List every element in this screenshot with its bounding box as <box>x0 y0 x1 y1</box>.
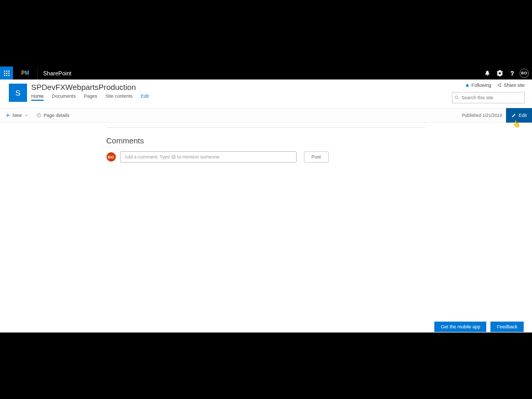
brand-letter-m: M <box>25 70 29 76</box>
svg-rect-7 <box>6 75 7 76</box>
brand-logo[interactable]: P M <box>13 66 38 79</box>
svg-rect-6 <box>4 75 5 76</box>
search-input[interactable] <box>461 95 522 100</box>
svg-rect-5 <box>8 72 9 73</box>
comment-composer: EO Post <box>107 151 426 163</box>
svg-rect-1 <box>6 70 7 71</box>
site-header: S SPDevFXWebpartsProduction Home Documen… <box>0 79 532 108</box>
nav-edit[interactable]: Edit <box>141 94 149 101</box>
gear-icon <box>497 70 503 76</box>
edit-page-label: Edit <box>518 113 527 118</box>
svg-rect-4 <box>6 72 7 73</box>
svg-rect-15 <box>39 115 39 116</box>
page-details-button[interactable]: Page details <box>36 113 70 118</box>
search-icon <box>455 95 459 100</box>
page-details-label: Page details <box>44 113 70 118</box>
feedback-button[interactable]: Feedback <box>490 322 524 332</box>
following-label: Following <box>471 83 491 88</box>
comment-avatar: EO <box>107 152 116 162</box>
new-button[interactable]: New <box>5 113 29 118</box>
nav-home[interactable]: Home <box>31 94 44 101</box>
page-body: Comments EO Post Get the mobile app Feed… <box>0 123 532 332</box>
settings-button[interactable] <box>494 66 506 79</box>
help-button[interactable]: ? <box>506 66 518 79</box>
pencil-icon <box>511 113 516 118</box>
svg-rect-8 <box>8 75 9 76</box>
user-avatar[interactable]: EO <box>520 69 529 78</box>
comment-input[interactable] <box>120 151 297 163</box>
site-nav: Home Documents Pages Site contents Edit <box>31 94 149 101</box>
app-launcher-button[interactable] <box>0 66 13 79</box>
share-icon <box>497 83 502 88</box>
question-icon: ? <box>509 70 515 76</box>
notifications-button[interactable] <box>481 66 494 79</box>
star-icon <box>465 83 470 88</box>
waffle-icon <box>4 70 10 76</box>
share-site-button[interactable]: Share site <box>497 83 525 88</box>
brand-letter-p: P <box>21 70 25 76</box>
chevron-down-icon <box>24 113 29 118</box>
bell-icon <box>484 70 490 76</box>
search-box[interactable] <box>452 92 525 103</box>
comments-heading: Comments <box>107 136 426 145</box>
get-mobile-app-button[interactable]: Get the mobile app <box>434 322 486 332</box>
site-title[interactable]: SPDevFXWebpartsProduction <box>31 83 149 91</box>
nav-documents[interactable]: Documents <box>52 94 76 101</box>
following-button[interactable]: Following <box>465 83 491 88</box>
post-comment-button[interactable]: Post <box>304 151 329 163</box>
command-bar: New Page details Published 1/21/2019 Edi… <box>0 108 532 123</box>
svg-point-11 <box>455 96 458 99</box>
svg-marker-10 <box>466 83 470 87</box>
svg-rect-3 <box>4 72 5 73</box>
plus-icon <box>5 113 10 118</box>
nav-pages[interactable]: Pages <box>84 94 98 101</box>
nav-site-contents[interactable]: Site contents <box>105 94 132 101</box>
suite-app-name[interactable]: SharePoint <box>38 70 71 76</box>
divider <box>107 127 426 128</box>
edit-page-button[interactable]: Edit <box>506 108 532 123</box>
svg-line-12 <box>458 98 459 99</box>
svg-rect-2 <box>8 70 9 71</box>
published-date: Published 1/21/2019 <box>462 113 502 118</box>
svg-text:?: ? <box>511 70 514 76</box>
svg-point-14 <box>38 114 39 115</box>
site-logo[interactable]: S <box>9 84 27 102</box>
new-label: New <box>12 113 22 118</box>
suite-bar: P M SharePoint ? EO <box>0 66 532 79</box>
svg-rect-0 <box>4 70 5 71</box>
share-site-label: Share site <box>503 83 525 88</box>
info-icon <box>36 113 42 118</box>
